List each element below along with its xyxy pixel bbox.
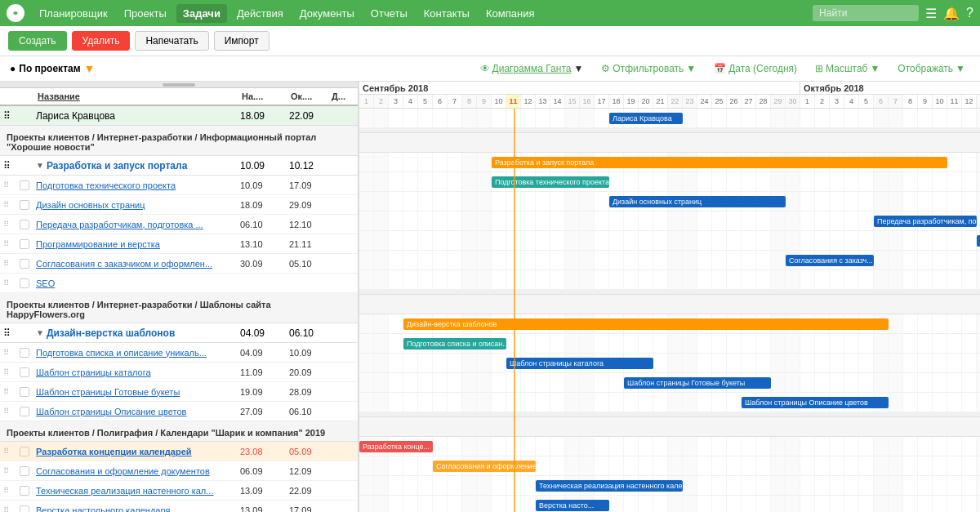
- drag-handle[interactable]: ⠿: [3, 505, 20, 512]
- gantt-bar[interactable]: Программир...: [977, 235, 980, 247]
- col-name[interactable]: Название: [36, 91, 240, 101]
- task-name[interactable]: Программирование и верстка: [36, 239, 240, 249]
- help-icon[interactable]: ?: [966, 6, 973, 20]
- gantt-view-button[interactable]: 👁 Диаграмма Ганта ▼: [475, 61, 589, 76]
- nav-documents[interactable]: Документы: [293, 4, 361, 23]
- gantt-bar[interactable]: Разработка и запуск портала: [492, 157, 947, 168]
- task-start: 30.09: [240, 259, 289, 269]
- gantt-bar[interactable]: Техническая реализация настенного кален.…: [536, 480, 683, 492]
- gantt-row: Лариса Кравцова: [359, 109, 980, 128]
- nav-contacts[interactable]: Контакты: [417, 4, 476, 23]
- task-checkbox[interactable]: [20, 505, 29, 513]
- task-name[interactable]: Согласования и оформление документов: [36, 466, 240, 476]
- task-checkbox[interactable]: [20, 486, 29, 496]
- drag-handle[interactable]: ⠿: [3, 367, 20, 376]
- nav-actions[interactable]: Действия: [230, 4, 290, 23]
- task-checkbox[interactable]: [20, 466, 29, 476]
- create-button[interactable]: Создать: [8, 31, 67, 51]
- gantt-bar[interactable]: Передача разработчикам, по...: [874, 216, 977, 227]
- col-start[interactable]: На....: [240, 91, 289, 101]
- date-button[interactable]: 📅 Дата (Сегодня): [709, 61, 802, 76]
- drag-handle[interactable]: ⠿: [3, 180, 20, 189]
- filter-button[interactable]: ⚙ Отфильтровать ▼: [596, 61, 701, 76]
- task-end: 20.09: [289, 367, 330, 377]
- scale-button[interactable]: ⊞ Масштаб ▼: [810, 61, 884, 76]
- task-checkbox[interactable]: [20, 348, 29, 358]
- task-checkbox[interactable]: [20, 278, 29, 288]
- gantt-bar[interactable]: Дизайн-верстка шаблонов: [403, 318, 889, 330]
- col-duration[interactable]: Д...: [330, 91, 354, 101]
- task-checkbox[interactable]: [20, 239, 29, 249]
- task-name[interactable]: Подготовка списка и описание уникаль...: [36, 348, 240, 358]
- task-checkbox[interactable]: [20, 259, 29, 269]
- task-checkbox[interactable]: [20, 407, 29, 416]
- page-title-arrow[interactable]: ▼: [84, 62, 96, 75]
- search-input[interactable]: [813, 5, 919, 21]
- col-end[interactable]: Ок....: [289, 91, 330, 101]
- task-name[interactable]: Подготовка технического проекта: [36, 180, 240, 190]
- nav-company[interactable]: Компания: [479, 4, 541, 23]
- drag-handle[interactable]: ⠿: [3, 160, 20, 171]
- task-checkbox[interactable]: [20, 220, 29, 229]
- nav-reports[interactable]: Отчеты: [364, 4, 414, 23]
- task-name[interactable]: Шаблон страницы Готовые букеты: [36, 387, 240, 397]
- gantt-chart[interactable]: Сентябрь 2018Октябрь 2018123456789101112…: [359, 82, 980, 512]
- task-checkbox[interactable]: [20, 387, 29, 397]
- gantt-bar[interactable]: Дизайн основных страниц: [609, 196, 786, 207]
- task-checkbox[interactable]: [20, 447, 29, 456]
- gantt-bar[interactable]: Лариса Кравцова: [609, 113, 683, 124]
- task-name[interactable]: SEO: [36, 278, 240, 288]
- drag-handle[interactable]: ⠿: [3, 239, 20, 248]
- nav-projects[interactable]: Проекты: [118, 4, 173, 23]
- delete-button[interactable]: Удалить: [72, 31, 131, 51]
- table-row: ⠿ Дизайн основных страниц 18.09 29.09: [0, 195, 358, 215]
- task-name[interactable]: Передача разработчикам, подготовка ...: [36, 220, 240, 229]
- task-name[interactable]: Лариса Кравцова: [36, 110, 240, 122]
- nav-planner[interactable]: Планировщик: [33, 4, 114, 23]
- section2-group-name[interactable]: ▼ Дизайн-верстка шаблонов: [36, 327, 240, 339]
- drag-handle[interactable]: ⠿: [3, 387, 20, 396]
- task-name[interactable]: Разработка концепции календарей: [36, 447, 240, 456]
- task-checkbox[interactable]: [20, 180, 29, 190]
- drag-handle[interactable]: ⠿: [3, 259, 20, 268]
- gantt-bar[interactable]: Шаблон страницы каталога: [506, 358, 653, 369]
- gantt-row: Согласования и оформление: [359, 456, 980, 476]
- task-name[interactable]: Техническая реализация настенного кал...: [36, 486, 240, 496]
- drag-handle[interactable]: ⠿: [3, 278, 20, 287]
- task-name[interactable]: Шаблон страницы Описание цветов: [36, 407, 240, 416]
- print-button[interactable]: Напечатать: [135, 31, 208, 51]
- drag-handle[interactable]: ⠿: [3, 110, 20, 122]
- task-end: 12.09: [289, 466, 330, 476]
- gantt-bar[interactable]: Шаблон страницы Готовые букеты: [624, 377, 771, 389]
- nav-tasks[interactable]: Задачи: [176, 4, 227, 23]
- bell-icon[interactable]: 🔔: [943, 6, 960, 21]
- gantt-bar[interactable]: Шаблон страницы Описание цветов: [742, 397, 889, 408]
- import-button[interactable]: Импорт: [214, 31, 270, 51]
- drag-handle[interactable]: ⠿: [3, 486, 20, 495]
- section1-group-name[interactable]: ▼ Разработка и запуск портала: [36, 160, 240, 171]
- gantt-icon: 👁: [480, 63, 490, 74]
- gantt-bar[interactable]: Согласования с заказч...: [786, 255, 874, 266]
- drag-handle[interactable]: ⠿: [3, 220, 20, 229]
- task-checkbox[interactable]: [20, 367, 29, 377]
- drag-handle[interactable]: ⠿: [3, 348, 20, 357]
- gantt-section-header: [359, 417, 980, 437]
- task-name[interactable]: Шаблон страницы каталога: [36, 367, 240, 377]
- display-button[interactable]: Отображать ▼: [893, 61, 970, 76]
- task-name[interactable]: Верстка настольного календаря: [36, 505, 240, 513]
- gantt-bar[interactable]: Согласования и оформление: [433, 461, 536, 472]
- drag-handle[interactable]: ⠿: [3, 407, 20, 416]
- drag-handle[interactable]: ⠿: [3, 466, 20, 475]
- task-name[interactable]: Согласования с заказчиком и оформлен...: [36, 259, 240, 269]
- gantt-bar[interactable]: Подготовка списка и описан...: [403, 338, 506, 349]
- task-checkbox[interactable]: [20, 200, 29, 210]
- task-name[interactable]: Дизайн основных страниц: [36, 200, 240, 210]
- menu-icon[interactable]: ☰: [925, 6, 937, 21]
- drag-handle[interactable]: ⠿: [3, 447, 20, 456]
- gantt-bar[interactable]: Верстка насто...: [536, 500, 609, 511]
- gantt-bar[interactable]: Разработка конце...: [359, 441, 433, 452]
- gantt-bar[interactable]: Подготовка технического проекта: [492, 176, 609, 188]
- drag-handle[interactable]: ⠿: [3, 200, 20, 209]
- filter-icon: ⚙: [601, 63, 610, 74]
- drag-handle[interactable]: ⠿: [3, 327, 20, 339]
